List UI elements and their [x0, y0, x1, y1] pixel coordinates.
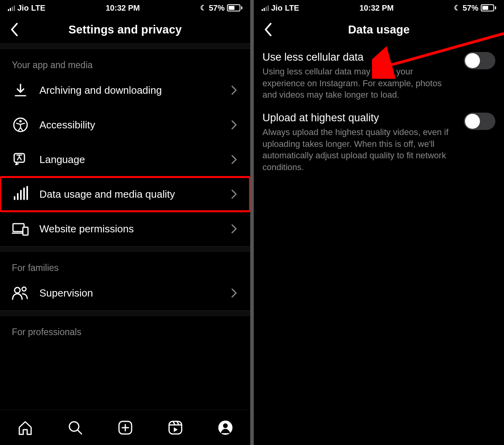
- tab-create[interactable]: [115, 418, 135, 438]
- signal-icon: [262, 5, 269, 11]
- row-label: Language: [39, 154, 219, 166]
- reels-icon: [167, 419, 184, 436]
- row-label: Website permissions: [39, 223, 219, 235]
- screen-settings-privacy: Jio LTE 10:32 PM ☾ 57% Settings and priv…: [0, 0, 250, 445]
- row-label: Archiving and downloading: [39, 84, 219, 96]
- status-bar: Jio LTE 10:32 PM ☾ 57%: [254, 0, 504, 16]
- status-right: ☾ 57%: [200, 4, 242, 13]
- section-separator: [0, 310, 250, 316]
- dnd-moon-icon: ☾: [454, 4, 460, 12]
- setting-upload-highest-quality: Upload at highest quality Always upload …: [254, 104, 504, 176]
- status-left: Jio LTE: [262, 4, 299, 13]
- language-icon: [12, 151, 29, 168]
- row-language[interactable]: Language: [0, 142, 250, 177]
- row-archiving-downloading[interactable]: Archiving and downloading: [0, 73, 250, 108]
- dnd-moon-icon: ☾: [200, 4, 206, 12]
- chevron-right-icon: [230, 121, 238, 129]
- signal-icon: [8, 5, 15, 11]
- chevron-right-icon: [230, 155, 238, 164]
- battery-fill: [229, 6, 234, 10]
- row-website-permissions[interactable]: Website permissions: [0, 211, 250, 246]
- people-icon: [12, 284, 29, 302]
- tab-reels[interactable]: [166, 418, 185, 438]
- section-separator: [0, 246, 250, 252]
- chevron-right-icon: [230, 190, 238, 198]
- row-label: Data usage and media quality: [39, 188, 219, 200]
- battery-icon: [481, 4, 496, 11]
- carrier-label: Jio: [17, 4, 29, 13]
- setting-use-less-cellular-data: Use less cellular data Using less cellul…: [254, 43, 504, 104]
- status-time: 10:32 PM: [299, 4, 454, 13]
- setting-description: Using less cellular data may affect your…: [262, 66, 457, 101]
- page-title: Settings and privacy: [69, 23, 182, 36]
- section-label-professionals: For professionals: [0, 316, 250, 340]
- status-time: 10:32 PM: [45, 4, 200, 13]
- battery-percent: 57%: [209, 4, 225, 13]
- plus-square-icon: [117, 419, 134, 436]
- svg-point-5: [15, 287, 20, 293]
- screen-data-usage: Jio LTE 10:32 PM ☾ 57% Data usage Use le…: [254, 0, 504, 445]
- nav-header: Data usage: [254, 16, 504, 43]
- accessibility-icon: [12, 116, 29, 134]
- chevron-left-icon: [264, 22, 272, 37]
- svg-point-11: [223, 423, 228, 428]
- nav-header: Settings and privacy: [0, 16, 250, 43]
- chevron-right-icon: [230, 289, 238, 297]
- devices-icon: [12, 220, 29, 237]
- svg-rect-9: [169, 421, 182, 434]
- search-icon: [67, 419, 84, 436]
- chevron-right-icon: [230, 86, 238, 95]
- page-title: Data usage: [348, 23, 410, 36]
- status-bar: Jio LTE 10:32 PM ☾ 57%: [0, 0, 250, 16]
- download-icon: [12, 82, 29, 99]
- section-label-families: For families: [0, 252, 250, 276]
- home-icon: [17, 419, 33, 436]
- section-separator: [0, 43, 250, 49]
- battery-percent: 57%: [463, 4, 478, 13]
- setting-description: Always upload the highest quality videos…: [262, 126, 457, 173]
- section-label-app-media: Your app and media: [0, 49, 250, 73]
- toggle-upload-highest-quality[interactable]: [464, 113, 495, 130]
- svg-point-1: [19, 120, 22, 122]
- chevron-right-icon: [230, 224, 238, 233]
- row-label: Supervision: [39, 287, 219, 299]
- network-label: LTE: [31, 4, 45, 13]
- toggle-use-less-cellular-data[interactable]: [464, 52, 495, 69]
- tab-search[interactable]: [65, 418, 85, 438]
- svg-point-6: [22, 287, 26, 291]
- setting-title: Upload at highest quality: [262, 112, 457, 124]
- profile-icon: [218, 420, 233, 436]
- row-supervision[interactable]: Supervision: [0, 276, 250, 310]
- bars-signal-icon: [12, 185, 29, 203]
- row-data-usage-media-quality[interactable]: Data usage and media quality: [0, 177, 250, 211]
- network-label: LTE: [285, 4, 299, 13]
- svg-rect-4: [23, 227, 28, 235]
- tab-bar: [0, 410, 250, 445]
- battery-fill: [482, 6, 488, 10]
- status-right: ☾ 57%: [454, 4, 496, 13]
- status-left: Jio LTE: [8, 4, 45, 13]
- row-accessibility[interactable]: Accessibility: [0, 108, 250, 142]
- back-button[interactable]: [6, 21, 23, 38]
- back-button[interactable]: [259, 21, 277, 38]
- row-label: Accessibility: [39, 119, 219, 131]
- battery-icon: [227, 4, 242, 11]
- tab-profile[interactable]: [216, 418, 235, 438]
- setting-title: Use less cellular data: [262, 51, 457, 63]
- tab-home[interactable]: [15, 418, 35, 438]
- carrier-label: Jio: [271, 4, 283, 13]
- chevron-left-icon: [10, 22, 19, 37]
